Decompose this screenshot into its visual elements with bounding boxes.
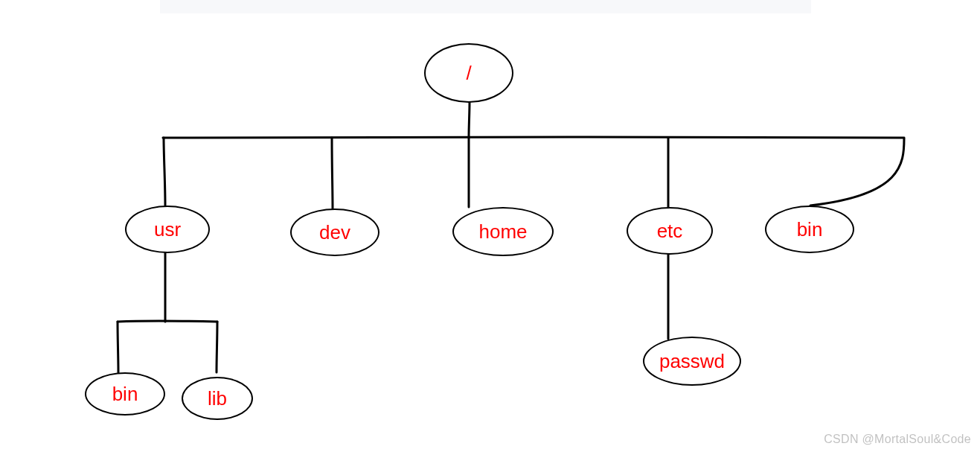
node-usr: usr [125, 206, 210, 253]
top-faded-bar [160, 0, 811, 13]
node-etc-passwd-label: passwd [659, 351, 725, 371]
watermark-text: CSDN @MortalSoul&Code [824, 433, 971, 446]
node-home: home [452, 207, 554, 256]
node-etc: etc [627, 207, 713, 255]
node-usr-label: usr [154, 220, 181, 239]
node-etc-label: etc [657, 221, 683, 241]
node-dev: dev [290, 209, 379, 256]
diagram-canvas: / usr dev home etc bin bin lib passwd CS… [0, 0, 980, 452]
node-root: / [424, 43, 513, 103]
node-dev-label: dev [319, 223, 350, 242]
node-usr-lib: lib [182, 377, 253, 420]
node-bin-label: bin [797, 220, 823, 239]
node-root-label: / [466, 63, 471, 83]
node-usr-bin-label: bin [112, 384, 138, 404]
node-usr-bin: bin [85, 372, 165, 416]
node-bin: bin [765, 206, 854, 253]
node-home-label: home [478, 222, 527, 241]
node-etc-passwd: passwd [643, 337, 741, 386]
node-usr-lib-label: lib [208, 389, 227, 408]
